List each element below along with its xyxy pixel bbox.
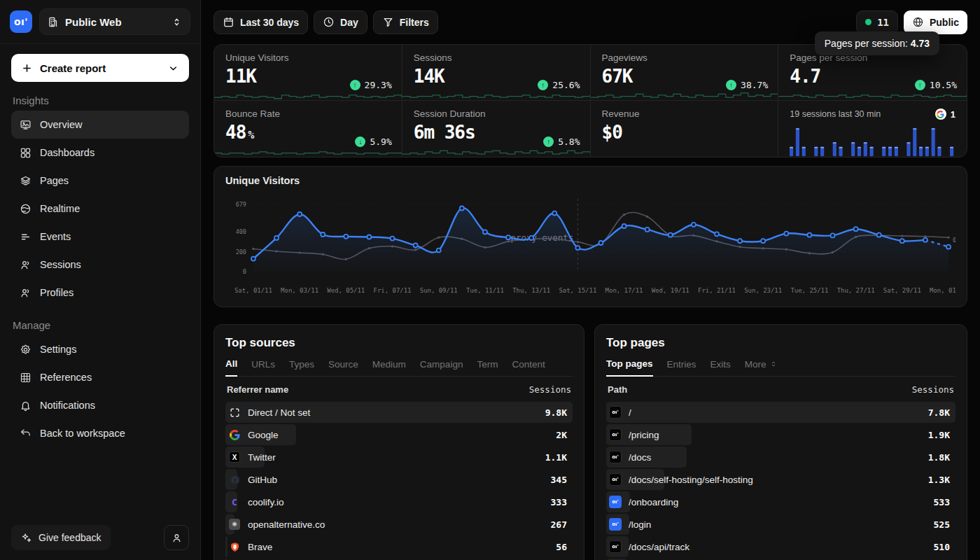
- bell-icon: [20, 400, 31, 412]
- tab-medium[interactable]: Medium: [372, 358, 406, 376]
- row-label: /docs/api/track: [629, 542, 927, 552]
- stat-card-revenue[interactable]: Revenue $0: [591, 101, 779, 157]
- stat-sparkline: [402, 146, 590, 157]
- row-label: /: [629, 407, 921, 418]
- table-row[interactable]: ✳openalternative.co267: [225, 513, 573, 536]
- row-value: 1.9K: [928, 430, 950, 440]
- sidebar-item-notifications[interactable]: Notifications: [11, 391, 189, 419]
- svg-text:Sat, 01/11: Sat, 01/11: [234, 287, 272, 294]
- tab-content[interactable]: Content: [512, 358, 545, 376]
- stat-change-value: 38.7%: [741, 80, 768, 90]
- create-report-button[interactable]: Create report: [11, 54, 189, 82]
- table-row[interactable]: Brave56: [225, 536, 573, 558]
- sidebar-item-references[interactable]: References: [11, 363, 189, 391]
- tab-types[interactable]: Types: [289, 358, 314, 376]
- arrow-up-icon: ↑: [350, 80, 360, 90]
- svg-text:Sun, 23/11: Sun, 23/11: [744, 287, 782, 294]
- svg-text:Thu, 27/11: Thu, 27/11: [837, 287, 875, 294]
- op-favicon: oı': [609, 540, 622, 553]
- sidebar-item-label: Profiles: [40, 287, 74, 298]
- stat-value: $0: [602, 122, 767, 143]
- brave-favicon: [228, 540, 241, 553]
- tab-source[interactable]: Source: [328, 358, 358, 376]
- table-row[interactable]: oı'/login525: [606, 513, 955, 536]
- tab-top-pages[interactable]: Top pages: [606, 358, 653, 377]
- chart-title: Unique Visitors: [225, 175, 955, 186]
- op-favicon: oı': [609, 451, 622, 463]
- filters-label: Filters: [400, 17, 429, 28]
- app-logo[interactable]: oı': [10, 10, 32, 33]
- table-row[interactable]: Google2K: [225, 424, 573, 446]
- live-visitors-chip[interactable]: 11: [856, 10, 898, 34]
- stat-card-pageviews[interactable]: Pageviews 67K ↑ 38.7%: [591, 45, 779, 101]
- public-button[interactable]: Public: [904, 10, 967, 34]
- tab-urls[interactable]: URLs: [251, 358, 275, 376]
- filters-button[interactable]: Filters: [373, 10, 438, 34]
- top-pages-header: Path Sessions: [606, 377, 955, 401]
- sidebar-item-overview[interactable]: Overview: [11, 111, 189, 139]
- table-row[interactable]: Ccoolify.io333: [225, 491, 573, 513]
- top-pages-title: Top pages: [606, 336, 955, 350]
- sidebar-item-events[interactable]: Events: [11, 223, 189, 251]
- sidebar-item-pages[interactable]: Pages: [11, 167, 189, 195]
- stats-grid: Unique Visitors 11K ↑ 29.3%Sessions 14K …: [214, 44, 967, 158]
- gear-icon: [20, 344, 31, 356]
- table-row[interactable]: Direct / Not set9.8K: [225, 401, 573, 424]
- svg-text:400: 400: [236, 228, 246, 235]
- svg-text:Thu, 13/11: Thu, 13/11: [512, 287, 550, 294]
- table-row[interactable]: oı'/docs/api/track510: [606, 536, 955, 558]
- tab-entries[interactable]: Entries: [667, 358, 696, 376]
- stat-card-bounce-rate[interactable]: Bounce Rate 48% ↓ 5.9%: [214, 101, 402, 157]
- top-sources-rows: Direct / Not set9.8KGoogle2KXTwitter1.1K…: [225, 401, 573, 560]
- table-row[interactable]: oı'/onboarding533: [606, 491, 955, 513]
- globe-icon: [912, 16, 924, 28]
- row-label: /pricing: [629, 430, 921, 440]
- row-value: 267: [551, 519, 567, 530]
- sidebar-item-sessions[interactable]: Sessions: [11, 251, 189, 279]
- sidebar-item-label: Pages: [40, 175, 69, 186]
- row-value: 9.8K: [545, 407, 567, 418]
- table-row[interactable]: oı'/docs1.8K: [606, 446, 955, 468]
- sparkles-icon: [20, 532, 32, 544]
- top-pages-card: Top pages Top pagesEntriesExitsMore Path…: [594, 324, 967, 560]
- row-label: coolify.io: [248, 497, 544, 507]
- top-sources-header: Referrer name Sessions: [225, 377, 573, 401]
- stat-change-value: 5.8%: [558, 136, 580, 147]
- svg-text:Tue, 25/11: Tue, 25/11: [790, 287, 828, 294]
- give-feedback-button[interactable]: Give feedback: [11, 525, 111, 550]
- tab-term[interactable]: Term: [477, 358, 498, 376]
- tab-all[interactable]: All: [225, 358, 237, 377]
- stat-card-unique-visitors[interactable]: Unique Visitors 11K ↑ 29.3%: [214, 45, 402, 101]
- events-icon: [20, 231, 31, 243]
- profile-button[interactable]: [164, 525, 189, 550]
- top-pages-tabs: Top pagesEntriesExitsMore: [606, 358, 955, 377]
- op-favicon: oı': [609, 428, 622, 441]
- tab-more[interactable]: More: [745, 358, 778, 376]
- tab-exits[interactable]: Exits: [710, 358, 731, 376]
- sidebar-item-profiles[interactable]: Profiles: [11, 279, 189, 307]
- tab-campaign[interactable]: Campaign: [420, 358, 463, 376]
- table-row[interactable]: oı'/7.8K: [606, 401, 955, 424]
- stat-label: Pageviews: [602, 52, 767, 63]
- interval-button[interactable]: Day: [314, 10, 368, 34]
- row-value: 1.8K: [928, 452, 950, 463]
- section-label-manage: Manage: [13, 319, 188, 331]
- stat-change-badge: ↑ 29.3%: [350, 80, 392, 90]
- table-row[interactable]: XTwitter1.1K: [225, 446, 573, 468]
- sidebar-item-dashboards[interactable]: Dashboards: [11, 139, 189, 167]
- sidebar-item-realtime[interactable]: Realtime: [11, 195, 189, 223]
- unique-visitors-line-chart[interactable]: 0200400679Sat, 01/11Mon, 03/11Wed, 05/11…: [225, 188, 955, 300]
- table-row[interactable]: oı'/docs/self-hosting/self-hosting1.3K: [606, 468, 955, 491]
- row-label: openalternative.co: [248, 519, 544, 530]
- stat-card-sessions[interactable]: Sessions 14K ↑ 25.6%: [402, 45, 591, 101]
- sidebar-item-back-to-workspace[interactable]: Back to workspace: [11, 419, 189, 447]
- sidebar-item-settings[interactable]: Settings: [11, 335, 189, 363]
- project-selector[interactable]: Public Web: [39, 8, 190, 35]
- op-favicon: oı': [609, 496, 622, 508]
- sidebar-item-label: Settings: [40, 344, 76, 355]
- table-row[interactable]: oı'/pricing1.9K: [606, 424, 955, 446]
- date-range-button[interactable]: Last 30 days: [214, 10, 308, 34]
- stat-card-session-duration[interactable]: Session Duration 6m 36s ↑ 5.8%: [402, 101, 591, 157]
- table-row[interactable]: GitHub345: [225, 468, 573, 491]
- live-sessions-widget[interactable]: 19 sessions last 30 min 1: [778, 101, 967, 157]
